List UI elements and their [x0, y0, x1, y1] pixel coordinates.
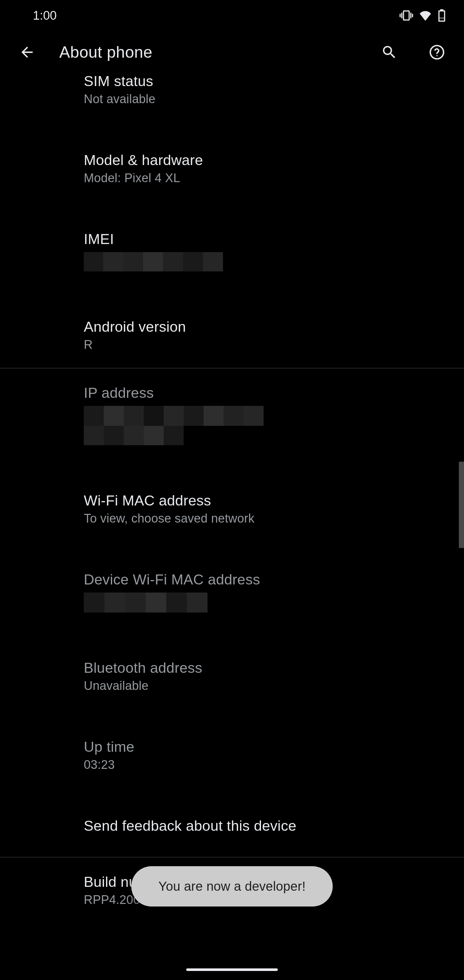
- setting-value: Unavailable: [84, 679, 451, 693]
- status-icons: [400, 8, 446, 22]
- help-icon: [429, 44, 445, 60]
- setting-wifi-mac[interactable]: Wi-Fi MAC address To view, choose saved …: [0, 480, 464, 538]
- setting-value: To view, choose saved network: [84, 512, 451, 525]
- back-arrow-icon: [19, 44, 35, 60]
- clock-time: 1:00: [33, 9, 57, 22]
- setting-title: SIM status: [84, 73, 451, 90]
- setting-android-version[interactable]: Android version R: [0, 306, 464, 364]
- setting-ip-address: IP address: [0, 372, 464, 459]
- svg-point-2: [436, 55, 438, 56]
- setting-title: Model & hardware: [84, 152, 451, 169]
- wifi-icon: [418, 8, 432, 22]
- setting-send-feedback[interactable]: Send feedback about this device: [0, 805, 464, 853]
- status-bar: 1:00: [0, 0, 464, 31]
- setting-title: IMEI: [84, 231, 451, 248]
- setting-title: Device Wi-Fi MAC address: [84, 571, 451, 588]
- settings-list: SIM status Not available Model & hardwar…: [0, 60, 464, 919]
- setting-title: Send feedback about this device: [84, 818, 451, 834]
- setting-value: Not available: [84, 92, 451, 106]
- toast-text: You are now a developer!: [159, 879, 306, 893]
- setting-model-hardware[interactable]: Model & hardware Model: Pixel 4 XL: [0, 140, 464, 197]
- scrollbar-thumb[interactable]: [459, 461, 464, 548]
- divider: [0, 857, 464, 858]
- battery-icon: [438, 9, 446, 22]
- setting-title: Up time: [84, 738, 451, 755]
- setting-title: Bluetooth address: [84, 660, 451, 676]
- redacted-value: [84, 252, 223, 271]
- divider: [0, 368, 464, 369]
- setting-device-wifi-mac: Device Wi-Fi MAC address: [0, 559, 464, 626]
- setting-sim-status[interactable]: SIM status Not available: [0, 60, 464, 118]
- setting-value: R: [84, 338, 451, 352]
- vibrate-icon: [400, 9, 413, 22]
- setting-title: Android version: [84, 318, 451, 335]
- search-icon: [381, 44, 397, 60]
- redacted-value: [84, 592, 208, 612]
- toast-message: You are now a developer!: [132, 866, 333, 907]
- setting-up-time: Up time 03:23: [0, 726, 464, 784]
- setting-title: Wi-Fi MAC address: [84, 492, 451, 509]
- setting-bluetooth-address: Bluetooth address Unavailable: [0, 648, 464, 705]
- svg-rect-0: [440, 12, 444, 18]
- page-title: About phone: [59, 43, 357, 62]
- setting-value: Model: Pixel 4 XL: [84, 171, 451, 185]
- redacted-value: [84, 406, 264, 445]
- setting-title: IP address: [84, 385, 451, 401]
- gesture-nav-bar[interactable]: [186, 968, 278, 971]
- setting-imei[interactable]: IMEI: [0, 219, 464, 285]
- setting-value: 03:23: [84, 758, 451, 772]
